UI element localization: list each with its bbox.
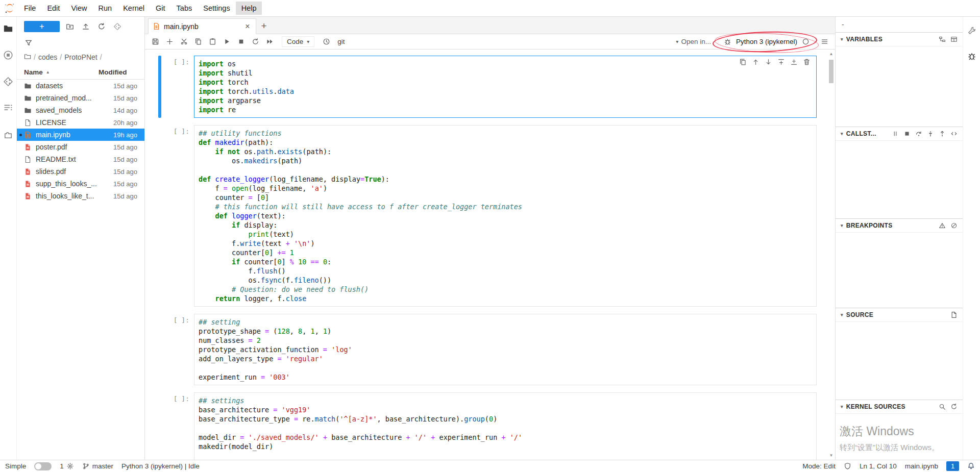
- cell-editor[interactable]: ## settings base_architecture = 'vgg19' …: [194, 392, 817, 460]
- cell-editor[interactable]: ## setting prototype_shape = (128, 8, 1,…: [194, 314, 817, 385]
- column-header-modified[interactable]: Modified: [99, 68, 144, 76]
- step-in-icon[interactable]: [927, 130, 934, 137]
- shield-icon[interactable]: [844, 462, 851, 470]
- tab-main-ipynb[interactable]: main.ipynb ×: [148, 18, 256, 34]
- open-source-icon[interactable]: [950, 311, 958, 318]
- list-item[interactable]: poster.pdf15d ago: [17, 141, 144, 153]
- list-item[interactable]: supp_this_looks_...15d ago: [17, 178, 144, 190]
- cell-code[interactable]: ## setting prototype_shape = (128, 8, 1,…: [194, 314, 816, 385]
- cell-type-dropdown[interactable]: Code▾: [282, 36, 314, 47]
- cut-cell-icon[interactable]: [178, 36, 190, 48]
- notebook-cell[interactable]: [ ]: ## utility functions def makedir(pa…: [158, 125, 817, 307]
- search-icon[interactable]: [939, 403, 946, 410]
- upload-icon[interactable]: [80, 21, 91, 32]
- kernel-history-icon[interactable]: [320, 36, 333, 48]
- menu-run[interactable]: Run: [93, 2, 118, 15]
- sidebar-tab-debugger[interactable]: [967, 51, 976, 62]
- scrollbar-thumb[interactable]: [829, 60, 834, 83]
- sidebar-tab-property-inspector[interactable]: [967, 25, 976, 36]
- sidebar-tab-table-of-contents[interactable]: [3, 103, 13, 114]
- menu-view[interactable]: View: [65, 2, 92, 15]
- refresh-icon[interactable]: [96, 21, 107, 32]
- notebook-scrollbar[interactable]: ▲ ▼: [828, 51, 835, 459]
- duplicate-cell-icon[interactable]: [739, 58, 747, 66]
- simple-mode-toggle[interactable]: [34, 462, 52, 470]
- step-over-icon[interactable]: [915, 130, 922, 137]
- refresh-icon[interactable]: [950, 403, 958, 410]
- menu-git[interactable]: Git: [150, 2, 171, 15]
- section-header-breakpoints[interactable]: ▾BREAKPOINTS: [836, 219, 963, 233]
- filter-files-icon[interactable]: [23, 37, 34, 48]
- notebook-cell[interactable]: [ ]: import os import shutil import torc…: [158, 56, 817, 118]
- sidebar-tab-file-browser[interactable]: [3, 23, 13, 34]
- debugger-bug-icon[interactable]: [721, 36, 734, 48]
- paste-cell-icon[interactable]: [206, 36, 219, 48]
- git-toolbar-button[interactable]: git: [337, 38, 345, 45]
- notebook-cell[interactable]: [ ]: ## settings base_architecture = 'vg…: [158, 392, 817, 460]
- close-tab-icon[interactable]: ×: [243, 22, 252, 31]
- sidebar-tab-git[interactable]: [3, 76, 13, 87]
- new-folder-icon[interactable]: [64, 21, 76, 32]
- list-item[interactable]: pretrained_mod...15d ago: [17, 92, 144, 104]
- git-clone-icon[interactable]: [112, 21, 123, 32]
- list-item[interactable]: saved_models14d ago: [17, 104, 144, 116]
- pause-icon[interactable]: [892, 130, 899, 137]
- new-tab-button[interactable]: +: [256, 18, 272, 34]
- cell-editor[interactable]: ## utility functions def makedir(path): …: [194, 125, 817, 307]
- tree-view-icon[interactable]: [939, 36, 946, 43]
- move-cell-up-icon[interactable]: [752, 58, 760, 66]
- menu-tabs[interactable]: Tabs: [171, 2, 198, 15]
- warning-icon[interactable]: [939, 222, 946, 229]
- new-launcher-button[interactable]: +: [24, 21, 60, 32]
- section-header-kernelsources[interactable]: ▾KERNEL SOURCES: [836, 400, 963, 414]
- list-item[interactable]: slides.pdf15d ago: [17, 165, 144, 178]
- git-branch-status[interactable]: master: [82, 462, 113, 470]
- stop-icon[interactable]: [903, 130, 911, 137]
- cell-editor[interactable]: import os import shutil import torch imp…: [194, 56, 817, 118]
- menu-help[interactable]: Help: [236, 2, 262, 15]
- home-folder-icon[interactable]: [24, 53, 31, 62]
- list-item[interactable]: README.txt15d ago: [17, 153, 144, 165]
- breadcrumb-item[interactable]: codes: [38, 53, 57, 61]
- open-in-dropdown[interactable]: ▾Open in...: [676, 38, 711, 45]
- cell-code[interactable]: ## settings base_architecture = 'vgg19' …: [194, 393, 816, 460]
- restart-kernel-icon[interactable]: [249, 36, 262, 48]
- bell-icon[interactable]: [967, 462, 975, 470]
- breadcrumb-item[interactable]: ProtoPNet: [64, 53, 97, 61]
- kernel-status-icon[interactable]: [799, 36, 812, 48]
- sidebar-tab-extensions[interactable]: [3, 129, 13, 140]
- insert-cell-above-icon[interactable]: [777, 58, 785, 66]
- scroll-up-arrow-icon[interactable]: ▲: [829, 52, 834, 56]
- restart-run-all-icon[interactable]: [263, 36, 276, 48]
- delete-cell-icon[interactable]: [803, 58, 811, 66]
- interrupt-kernel-icon[interactable]: [235, 36, 248, 48]
- copy-cell-icon[interactable]: [192, 36, 205, 48]
- list-item[interactable]: main.ipynb19h ago: [17, 129, 144, 141]
- move-cell-down-icon[interactable]: [765, 58, 772, 66]
- deactivate-icon[interactable]: [950, 222, 958, 229]
- notebook-cell[interactable]: [ ]: ## setting prototype_shape = (128, …: [158, 314, 817, 385]
- section-header-variables[interactable]: ▾VARIABLES: [836, 33, 963, 46]
- insert-cell-icon[interactable]: [163, 36, 176, 48]
- notebook-content[interactable]: [ ]: import os import shutil import torc…: [145, 49, 835, 460]
- list-item[interactable]: this_looks_like_t...15d ago: [17, 190, 144, 202]
- menu-settings[interactable]: Settings: [198, 2, 235, 15]
- sidebar-tab-running-sessions[interactable]: [3, 49, 13, 61]
- cell-code[interactable]: ## utility functions def makedir(path): …: [194, 126, 816, 306]
- notification-count-badge[interactable]: 1: [946, 461, 959, 471]
- menu-kernel[interactable]: Kernel: [117, 2, 150, 15]
- menu-file[interactable]: File: [18, 2, 41, 15]
- cell-code[interactable]: import os import shutil import torch imp…: [194, 56, 816, 117]
- table-view-icon[interactable]: [950, 36, 958, 43]
- insert-cell-below-icon[interactable]: [790, 58, 798, 66]
- list-item[interactable]: LICENSE20h ago: [17, 116, 144, 129]
- evaluate-icon[interactable]: [950, 130, 958, 137]
- scroll-down-arrow-icon[interactable]: ▼: [829, 453, 834, 458]
- run-cell-icon[interactable]: [220, 36, 233, 48]
- section-header-callst[interactable]: ▾CALLST...: [836, 127, 963, 141]
- running-sessions-status[interactable]: 1: [60, 462, 74, 470]
- section-header-source[interactable]: ▾SOURCE: [836, 308, 963, 322]
- menu-edit[interactable]: Edit: [41, 2, 65, 15]
- list-item[interactable]: datasets15d ago: [17, 80, 144, 92]
- kernel-name-button[interactable]: Python 3 (ipykernel): [736, 38, 797, 45]
